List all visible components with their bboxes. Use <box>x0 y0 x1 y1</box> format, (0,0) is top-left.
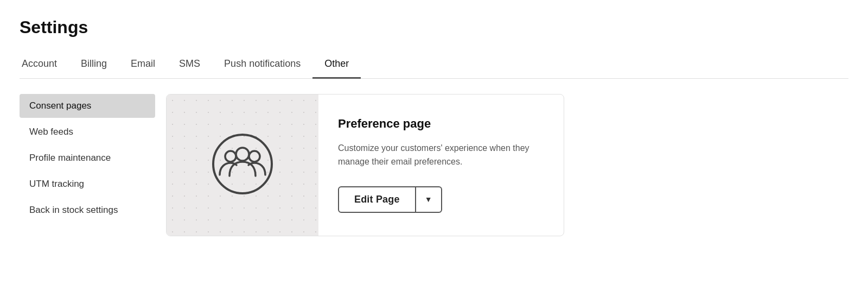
edit-page-button[interactable]: Edit Page <box>338 186 416 213</box>
svg-point-1 <box>225 151 236 162</box>
edit-page-button-group: Edit Page ▼ <box>338 186 544 213</box>
edit-page-dropdown-button[interactable]: ▼ <box>416 186 442 213</box>
svg-point-0 <box>213 135 272 193</box>
tabs-nav: Account Billing Email SMS Push notificat… <box>20 53 848 79</box>
page-wrapper: Settings Account Billing Email SMS Push … <box>0 0 868 236</box>
content-area: Consent pages Web feeds Profile maintena… <box>20 79 848 236</box>
preference-page-card: Preference page Customize your customers… <box>166 94 564 236</box>
sidebar-item-back-in-stock[interactable]: Back in stock settings <box>20 198 155 222</box>
card-title: Preference page <box>338 117 544 131</box>
sidebar-item-utm-tracking[interactable]: UTM tracking <box>20 172 155 196</box>
tab-billing[interactable]: Billing <box>69 53 119 79</box>
card-image <box>167 94 318 236</box>
sidebar: Consent pages Web feeds Profile maintena… <box>20 94 166 236</box>
tab-email[interactable]: Email <box>119 53 167 79</box>
page-title: Settings <box>20 17 848 37</box>
tab-other[interactable]: Other <box>312 53 361 79</box>
card-body: Preference page Customize your customers… <box>318 94 564 236</box>
svg-point-2 <box>236 148 249 161</box>
tab-account[interactable]: Account <box>20 53 69 79</box>
main-content: Preference page Customize your customers… <box>166 94 848 236</box>
tab-sms[interactable]: SMS <box>167 53 212 79</box>
sidebar-item-web-feeds[interactable]: Web feeds <box>20 120 155 144</box>
dropdown-arrow-icon: ▼ <box>425 195 432 204</box>
sidebar-item-profile-maintenance[interactable]: Profile maintenance <box>20 146 155 170</box>
tab-push-notifications[interactable]: Push notifications <box>212 53 312 79</box>
svg-point-3 <box>249 151 260 162</box>
sidebar-item-consent-pages[interactable]: Consent pages <box>20 94 155 118</box>
people-icon <box>210 131 275 199</box>
card-description: Customize your customers' experience whe… <box>338 142 544 169</box>
